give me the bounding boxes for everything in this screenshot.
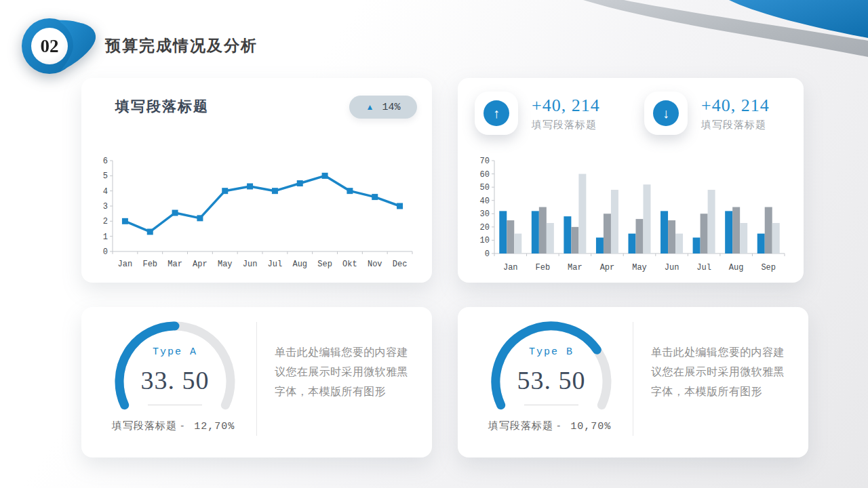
corner-swoosh-decoration	[576, 0, 868, 62]
gauge-value: 33. 50	[107, 365, 243, 395]
stat-value: +40, 214	[532, 96, 600, 116]
vertical-divider	[633, 322, 633, 436]
stat-item-down: ↓ +40, 214 填写段落标题	[644, 92, 770, 135]
svg-text:2: 2	[103, 217, 108, 226]
svg-text:Apr: Apr	[600, 263, 615, 272]
svg-text:May: May	[632, 263, 647, 272]
svg-text:Sep: Sep	[761, 263, 776, 272]
svg-text:Feb: Feb	[536, 263, 551, 272]
svg-text:Sep: Sep	[317, 260, 332, 269]
line-chart: 0123456JanFebMarAprMayJunJulAugSepOktNov…	[94, 155, 419, 270]
svg-text:1: 1	[103, 232, 108, 242]
gauge-caption: 填写段落标题 -10,70%	[488, 420, 611, 432]
svg-text:Jul: Jul	[268, 260, 283, 269]
trend-value: 14%	[382, 102, 400, 113]
trend-badge: ▲ 14%	[349, 96, 417, 119]
svg-text:6: 6	[103, 157, 108, 166]
stat-label: 填写段落标题	[701, 119, 770, 131]
svg-text:70: 70	[480, 157, 490, 166]
svg-text:Mar: Mar	[568, 263, 583, 272]
svg-text:May: May	[218, 260, 233, 269]
gauge-value: 53. 50	[484, 365, 619, 395]
gauge-card-b: Type B 53. 50 填写段落标题 -10,70% 单击此处编辑您要的内容…	[458, 307, 808, 458]
svg-text:Jan: Jan	[503, 263, 518, 272]
down-arrow-circle: ↓	[653, 100, 679, 126]
bar-chart: 010203040506070JanFebMarAprMayJunJulAugS…	[471, 155, 790, 274]
down-arrow-icon: ↓	[663, 106, 669, 120]
gauge-caption: 填写段落标题 -12,70%	[112, 420, 235, 432]
gauge-caption-label: 填写段落标题 -	[112, 420, 184, 431]
gauge-caption-value: 10,70%	[570, 421, 611, 432]
svg-text:10: 10	[480, 236, 490, 245]
svg-text:0: 0	[485, 249, 490, 259]
svg-text:Apr: Apr	[193, 260, 208, 269]
svg-text:5: 5	[103, 171, 108, 181]
vertical-divider	[256, 322, 257, 436]
gauge-caption-label: 填写段落标题 -	[488, 420, 561, 431]
bar-chart-card: ↑ +40, 214 填写段落标题 ↓ +40, 214 填写段落标题 0102…	[458, 78, 804, 283]
section-number: 02	[31, 28, 68, 64]
svg-text:Jun: Jun	[243, 260, 258, 269]
section-number-badge: 02	[19, 16, 98, 76]
up-triangle-icon: ▲	[366, 103, 374, 111]
line-chart-card: 填写段落标题 ▲ 14% 0123456JanFebMarAprMayJunJu…	[81, 78, 432, 283]
placeholder-paragraph: 单击此处编辑您要的内容建议您在展示时采用微软雅黑字体，本模版所有图形	[275, 342, 412, 401]
up-arrow-icon: ↑	[493, 106, 500, 120]
svg-text:Dec: Dec	[393, 260, 408, 269]
line-card-title: 填写段落标题	[115, 97, 209, 116]
svg-text:Aug: Aug	[729, 263, 744, 272]
placeholder-paragraph: 单击此处编辑您要的内容建议您在展示时采用微软雅黑字体，本模版所有图形	[651, 342, 788, 401]
svg-text:3: 3	[103, 202, 108, 211]
svg-text:Okt: Okt	[342, 260, 357, 269]
stat-item-up: ↑ +40, 214 填写段落标题	[475, 92, 600, 135]
svg-text:30: 30	[480, 209, 490, 219]
svg-text:Jun: Jun	[665, 263, 679, 272]
svg-text:Feb: Feb	[142, 260, 157, 269]
svg-text:Jul: Jul	[696, 263, 711, 272]
svg-text:Mar: Mar	[167, 260, 182, 269]
svg-text:Jan: Jan	[118, 260, 133, 269]
svg-text:20: 20	[480, 223, 490, 232]
gauge-underline	[148, 405, 202, 405]
gauge-card-a: Type A 33. 50 填写段落标题 -12,70% 单击此处编辑您要的内容…	[81, 307, 432, 458]
gauge-type-label: Type A	[107, 346, 243, 358]
up-arrow-badge: ↑	[475, 92, 518, 135]
svg-text:40: 40	[480, 197, 490, 206]
gauge-caption-value: 12,70%	[194, 421, 235, 432]
gauge-underline	[524, 405, 578, 405]
gauge-type-label: Type B	[484, 346, 619, 358]
svg-text:0: 0	[103, 247, 108, 257]
svg-text:50: 50	[480, 183, 490, 192]
slide-title: 预算完成情况及分析	[105, 35, 258, 56]
down-arrow-badge: ↓	[644, 92, 688, 135]
stat-value: +40, 214	[701, 96, 770, 116]
svg-text:Nov: Nov	[368, 260, 382, 269]
svg-text:Aug: Aug	[292, 260, 307, 269]
svg-text:60: 60	[480, 170, 490, 180]
up-arrow-circle: ↑	[484, 100, 509, 126]
stat-label: 填写段落标题	[532, 119, 600, 131]
svg-text:4: 4	[103, 187, 108, 197]
presentation-slide: 02 预算完成情况及分析 填写段落标题 ▲ 14% 0123456JanFebM…	[0, 0, 868, 488]
